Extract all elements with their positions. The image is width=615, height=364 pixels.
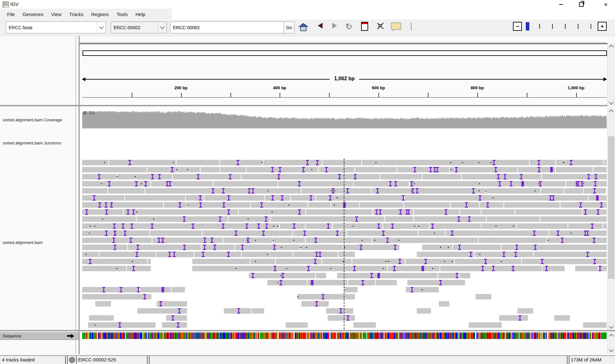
menu-item-view[interactable]: View [47,12,65,17]
scroll-down-icon[interactable] [609,100,614,105]
define-region-icon [361,22,368,31]
genome-select[interactable]: ERCC.fasta [6,22,106,33]
status-divider [67,356,68,364]
ruler-tick [329,93,330,97]
locus-input[interactable] [170,22,284,33]
ruler-tick-label: 400 bp [273,85,286,90]
restore-icon [579,2,584,7]
ruler-baseline [82,97,607,98]
back-arrow-icon [318,23,323,29]
chevron-down-icon [158,22,167,33]
zoom-slider-tick [565,24,566,29]
status-divider [149,356,150,364]
define-region-button[interactable] [361,22,368,31]
fit-to-window-icon [377,22,384,30]
menu-item-tools[interactable]: Tools [113,12,132,17]
ruler-tick [132,93,132,97]
panel-divider[interactable] [79,36,80,354]
minimize-button[interactable] [554,0,568,9]
ruler-tick [280,93,280,97]
window-title: IGV [10,1,19,7]
menu-item-help[interactable]: Help [132,12,149,17]
ruler-tick [378,93,379,97]
status-divider [65,356,66,364]
horizontal-divider[interactable] [0,105,615,106]
genome-select-value: ERCC.fasta [6,25,97,30]
region-span-label: 1,062 bp [330,76,359,82]
fit-to-window-button[interactable] [376,22,385,30]
status-divider [76,356,77,364]
cursor-locus-status: ERCC-00002:525 [78,357,116,362]
sequence-track[interactable] [82,333,607,339]
zoom-slider-thumb[interactable] [526,22,529,30]
menu-item-tracks[interactable]: Tracks [65,12,87,17]
ruler-tick-label: 1,000 bp [568,85,585,90]
scroll-up-icon[interactable] [609,109,614,115]
scrollbar-thumb[interactable] [608,136,614,279]
panel-divider [75,36,76,354]
ruler-tick [428,93,429,97]
top-panel-scrollbar[interactable] [607,43,615,106]
ruler-tick [576,93,577,97]
ruler-tick [230,93,231,97]
popup-text-button[interactable] [391,22,401,30]
title-bar: IGV × [0,0,615,9]
ruler-tick-label: 600 bp [372,85,385,90]
alignment-track[interactable] [82,158,607,330]
data-panel-top-border [80,43,607,44]
ruler-tick [477,93,478,97]
base-position-ruler[interactable]: 200 bp400 bp600 bp800 bp1,000 bp [82,85,607,98]
back-button[interactable] [316,22,324,30]
chevron-down-icon [97,22,106,33]
zoom-out-button[interactable]: − [513,22,522,31]
memory-usage-status: 173M of 264M [571,357,602,362]
horizontal-divider[interactable] [0,330,615,331]
zoom-slider-tick [578,24,578,29]
menu-bar: FileGenomesViewTracksRegionsToolsHelp [0,9,172,20]
coverage-track[interactable] [82,110,607,128]
zoom-in-button[interactable]: + [598,22,607,31]
popup-text-icon [391,22,401,30]
menu-item-file[interactable]: File [3,12,19,17]
menu-item-genomes[interactable]: Genomes [19,12,47,17]
span-right-arrow-icon [603,77,607,81]
zoom-slider-tick [552,24,553,29]
ruler-tick [527,93,527,97]
status-indicator-icon [69,357,75,363]
sequence-panel-scrollbar[interactable] [607,333,615,354]
forward-button[interactable] [331,22,338,30]
ruler-tick-label: 200 bp [174,85,187,90]
sequence-track-label: Sequence [0,334,67,338]
scroll-up-icon[interactable] [609,45,614,50]
scroll-down-icon[interactable] [609,324,614,329]
ruler-tick [181,93,182,97]
home-button[interactable] [298,22,309,33]
alignment-track-label[interactable]: sorted.alignment.bam [3,240,43,245]
refresh-button[interactable]: ↻ [344,22,354,31]
sequence-track-label-box[interactable]: Sequence [0,332,79,340]
go-button[interactable]: Go [284,22,294,33]
horizontal-divider [0,331,615,332]
minimize-icon [559,4,563,5]
refresh-icon: ↻ [345,22,352,31]
coverage-track-label[interactable]: sorted.alignment.bam Coverage [3,117,62,122]
status-divider [569,356,569,364]
junctions-track-label[interactable]: sorted.alignment.bam Junctions [3,141,62,145]
close-button[interactable]: × [598,0,613,9]
scroll-down-icon[interactable] [609,347,614,352]
home-icon [299,23,308,32]
span-left-arrow-icon [82,77,85,81]
close-icon: × [604,1,608,8]
chromosome-select[interactable]: ERCC-00002 [111,22,167,33]
coverage-range-label: [0 - 37] [83,111,94,115]
strand-arrow-icon[interactable] [67,334,74,338]
locus-overview-box[interactable] [82,50,607,56]
scroll-up-icon[interactable] [609,334,614,339]
menu-item-regions[interactable]: Regions [87,12,113,17]
restore-button[interactable] [574,0,589,9]
chromosome-select-value: ERCC-00002 [111,25,158,30]
tracks-scrollbar[interactable] [607,108,615,330]
ruler-tick-label: 800 bp [471,85,484,90]
tracks-loaded-status: 4 tracks loaded [2,357,35,362]
igv-logo-icon [3,1,9,8]
